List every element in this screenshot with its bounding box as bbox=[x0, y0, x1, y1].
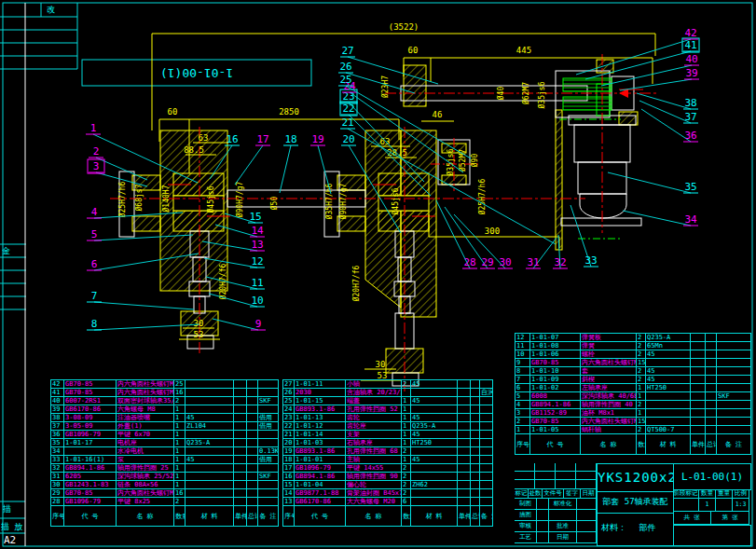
signature-cell bbox=[537, 510, 549, 521]
header-cell: 总计 bbox=[471, 505, 480, 527]
callout-number: 33 bbox=[584, 254, 597, 267]
signature-row bbox=[515, 472, 598, 480]
header-cell: 数量 bbox=[174, 505, 186, 527]
signature-row: 工艺日期 bbox=[515, 532, 598, 543]
parts-table-right: 121-01-07弹簧板2Q235-A111-01-08弹簧265Mn101-0… bbox=[515, 333, 751, 455]
signature-cell bbox=[577, 499, 597, 510]
signature-cell bbox=[535, 463, 556, 472]
signature-cell bbox=[515, 472, 535, 480]
coupling-green-parts bbox=[559, 78, 623, 239]
leader-line bbox=[96, 158, 147, 180]
callout-number: 7 bbox=[91, 290, 98, 302]
stamp-cell: 阶段标记 bbox=[673, 489, 699, 499]
callout-number: 39 bbox=[685, 67, 697, 79]
drawing-number: L-01-00(1) bbox=[673, 463, 751, 490]
diameter-label: Ø35js6 bbox=[537, 81, 546, 108]
leader-line bbox=[608, 172, 691, 193]
header-cell: 名 称 bbox=[346, 505, 402, 527]
signature-row: 制图标准化 bbox=[515, 499, 598, 510]
signature-row: 标记处数文件号签字日期 bbox=[515, 489, 598, 499]
signature-cell bbox=[537, 521, 549, 532]
header-cell: 代 号 bbox=[530, 433, 581, 455]
signature-row bbox=[515, 463, 598, 472]
dimension-text: 53 bbox=[194, 330, 204, 339]
parts-table-left: 42GB70-85内六角圆柱头螺钉M10x352541GB70-85内六角圆柱头… bbox=[50, 379, 279, 527]
signature-cell bbox=[576, 463, 597, 472]
leader-line bbox=[454, 214, 505, 268]
diameter-label: Ø45js6 bbox=[206, 185, 215, 213]
header-cell: 材 料 bbox=[186, 505, 234, 527]
stamp-grid: 阶段标记数量重量比例11:3共 张第 张 bbox=[673, 489, 751, 525]
leader-line bbox=[601, 65, 692, 86]
callout-number: 32 bbox=[554, 256, 566, 268]
callout-number: 29 bbox=[481, 256, 493, 268]
margin-revision-note: 改 bbox=[47, 4, 67, 16]
signature-cell: 制图 bbox=[515, 499, 537, 510]
signature-cell: 文件号 bbox=[543, 489, 564, 499]
sheet-count-cell: 第 张 bbox=[711, 512, 749, 525]
callout-number: 31 bbox=[527, 256, 539, 268]
margin-bottom-note2: 描 放 bbox=[1, 521, 25, 532]
parts-table-header: 序号代 号名 称数量材 料单件总计备 注 bbox=[51, 506, 279, 527]
callout-number: 3 bbox=[93, 160, 100, 172]
signature-cell bbox=[549, 510, 577, 521]
dimension-text: 30 bbox=[376, 360, 386, 369]
dimension-text: 63 bbox=[199, 133, 209, 143]
header-cell: 总计 bbox=[247, 505, 258, 527]
signature-grid: 标记处数文件号签字日期制图标准化描图审核批准工艺日期 bbox=[515, 463, 598, 546]
header-cell: 代 号 bbox=[64, 505, 117, 527]
callout-number: 16 bbox=[226, 133, 238, 145]
signature-cell: 审核 bbox=[515, 521, 537, 532]
stamp-empty-box bbox=[673, 525, 751, 546]
callout-number: 13 bbox=[251, 239, 263, 251]
diameter-label: Ø25H7/h6 bbox=[117, 182, 127, 218]
callout-number: 37 bbox=[684, 111, 696, 123]
diameter-label: Ø52M7 bbox=[458, 149, 467, 172]
header-cell: 备 注 bbox=[717, 433, 751, 455]
callout-number: 15 bbox=[249, 211, 261, 223]
stamp-cell: 比例 bbox=[733, 489, 749, 499]
top-drawing-number: 1-01-00(1) bbox=[82, 60, 311, 86]
signature-cell bbox=[577, 510, 597, 521]
parts-table-header: 序号代 号名 称数量材 料单件总计备 注 bbox=[515, 434, 751, 455]
header-cell: 数量 bbox=[637, 433, 646, 455]
signature-cell bbox=[515, 480, 535, 489]
dimension-text: 60 bbox=[408, 46, 419, 55]
sheet-count-cell: 共 张 bbox=[673, 512, 711, 525]
dimension-text: 88.5 bbox=[184, 145, 204, 155]
diameter-label: Ø90H7/g7 bbox=[235, 182, 244, 218]
diameter-label: Ø23H7 bbox=[380, 75, 390, 98]
signature-cell bbox=[576, 472, 597, 480]
dimension-text: 2850 bbox=[279, 107, 299, 117]
diameter-label: Ø90 bbox=[470, 154, 479, 168]
header-cell: 单件 bbox=[458, 505, 471, 527]
dimension-text: 60 bbox=[168, 107, 178, 117]
signature-row: 描图 bbox=[515, 510, 598, 521]
callout-number: 42 bbox=[684, 27, 696, 39]
signature-cell: 处数 bbox=[529, 489, 543, 499]
callout-number: 9 bbox=[255, 318, 262, 330]
diameter-label: Ø62M7 bbox=[521, 82, 530, 104]
cad-drawing-sheet: (3522)604456028506388.56328.546300305330… bbox=[0, 0, 756, 549]
header-cell: 备 注 bbox=[480, 505, 493, 527]
leader-line bbox=[620, 79, 692, 90]
header-cell: 单件 bbox=[234, 505, 247, 527]
stamp-cell bbox=[716, 499, 733, 512]
leader-line bbox=[235, 145, 263, 185]
header-cell: 数量 bbox=[402, 505, 411, 527]
signature-cell: 标记 bbox=[515, 489, 529, 499]
callout-number: 36 bbox=[684, 130, 696, 142]
header-cell: 序号 bbox=[515, 433, 530, 455]
signature-cell bbox=[577, 532, 597, 543]
signature-cell bbox=[556, 480, 576, 489]
signature-cell bbox=[577, 521, 597, 532]
callout-number: 25 bbox=[339, 74, 351, 86]
dimension-text: 445 bbox=[516, 46, 531, 55]
stamp-cell bbox=[673, 499, 699, 512]
assembly-name-value: 57轴承装配 bbox=[625, 497, 668, 506]
callout-number: 14 bbox=[251, 225, 264, 237]
stamp-cell: 数量 bbox=[699, 489, 716, 499]
product-model: YKS1200x2400A bbox=[597, 463, 674, 492]
signature-cell: 日期 bbox=[549, 532, 577, 543]
margin-bottom-note1: 描 bbox=[3, 503, 23, 515]
